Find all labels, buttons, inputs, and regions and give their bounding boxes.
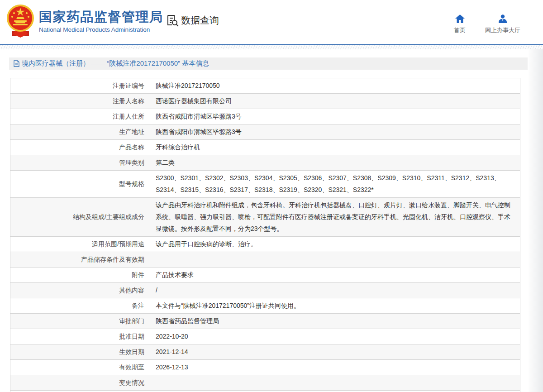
row-value: 陕械注准20172170050 [150,78,520,94]
row-label-text: 批准日期 [119,333,144,340]
document-search-icon [167,14,179,27]
row-value: 该产品由牙科治疗机和附件组成，包含牙科椅。牙科治疗机包括器械盘、口腔灯、观片灯、… [150,198,520,237]
table-row: 型号规格S2300、S2301、S2302、S2303、S2304、S2305、… [10,171,520,198]
table-row: 其他内容/ [10,283,520,298]
table-row: 产品储存条件及有效期 [10,252,520,268]
row-label-text: 产品储存条件及有效期 [81,256,144,263]
data-query-label: 数据查询 [181,14,219,27]
table-row: 有效期至2026-12-13 [10,360,520,375]
row-label-text: 其他内容 [119,287,144,294]
table-row: 结构及组成/主要组成成分该产品由牙科治疗机和附件组成，包含牙科椅。牙科治疗机包括… [10,198,520,237]
header-hatch-strip [0,45,543,49]
row-label: 注册人住所 [10,109,150,124]
site-logo[interactable]: 国家药品监督管理局 National Medical Products Admi… [6,4,163,38]
row-label: 审批部门 [10,314,150,329]
row-value: 2021-12-14 [150,344,520,360]
row-label-text: 适用范围/预期用途 [92,240,144,248]
row-label-text: 注册人住所 [113,113,144,120]
row-value: 产品技术要求 [150,268,520,283]
top-nav: 首页 网上办事大厅 [451,14,520,34]
table-row: 变更情况 [10,375,520,391]
row-value: 2022-10-20 [150,329,520,344]
registration-info-table: 注册证编号陕械注准20172170050注册人名称西诺医疗器械集团有限公司注册人… [10,78,520,392]
row-value: 陕西省咸阳市渭城区毕塬路3号 [150,109,520,124]
table-row: 产品名称牙科综合治疗机 [10,140,520,155]
row-label-text: 备注 [132,302,144,309]
table-row: 备注本文件与“陕械注准20172170050”注册证共同使用。 [10,298,520,314]
row-label: 批准日期 [10,329,150,344]
row-label: 产品储存条件及有效期 [10,252,150,268]
site-header: 国家药品监督管理局 National Medical Products Admi… [0,0,543,44]
row-value: 西诺医疗器械集团有限公司 [150,94,520,109]
row-label-text: 注册人名称 [113,97,144,105]
user-icon [498,14,507,23]
row-value: 陕西省咸阳市渭城区毕塬路3号 [150,124,520,140]
row-value: 2026-12-13 [150,360,520,375]
row-label: 生产地址 [10,124,150,140]
row-label-text: 产品名称 [119,143,144,151]
row-label: 产品名称 [10,140,150,155]
row-value: 详情 [150,391,520,392]
row-value: 该产品用于口腔疾病的诊断、治疗。 [150,237,520,252]
row-label: 其他内容 [10,283,150,298]
row-label: 注册人名称 [10,94,150,109]
info-table-body: 注册证编号陕械注准20172170050注册人名称西诺医疗器械集团有限公司注册人… [10,78,520,392]
nav-item-label: 网上办事大厅 [485,26,520,34]
org-name-cn: 国家药品监督管理局 [39,10,163,24]
row-label-text: 生效日期 [119,348,144,355]
page-title-bar: 境内医疗器械（注册） —— “陕械注准20172170050” 基本信息 [9,57,528,70]
row-label: 管理类别 [10,155,150,171]
row-label-text: 附件 [132,271,144,278]
row-label: 适用范围/预期用途 [10,237,150,252]
nav-item-label: 首页 [454,26,466,34]
row-label-text: 结构及组成/主要组成成分 [73,213,144,220]
row-label: 注 [10,391,150,392]
table-row: 生产地址陕西省咸阳市渭城区毕塬路3号 [10,124,520,140]
table-row: 注详情 [10,391,520,392]
page-title: 境内医疗器械（注册） —— “陕械注准20172170050” 基本信息 [22,59,209,68]
row-value [150,375,520,391]
row-label: 注册证编号 [10,78,150,94]
row-label: 生效日期 [10,344,150,360]
table-row: 适用范围/预期用途该产品用于口腔疾病的诊断、治疗。 [10,237,520,252]
row-label-text: 型号规格 [119,180,144,187]
row-label-text: 生产地址 [119,128,144,135]
nav-item-home[interactable]: 首页 [451,14,469,34]
row-label: 型号规格 [10,171,150,198]
row-label: 变更情况 [10,375,150,391]
home-icon [455,14,465,23]
row-label-text: 有效期至 [119,363,144,371]
table-row: 审批部门陕西省药品监督管理局 [10,314,520,329]
org-name-en: National Medical Products Administration [39,26,163,33]
org-names: 国家药品监督管理局 National Medical Products Admi… [39,10,163,33]
row-label: 附件 [10,268,150,283]
table-row: 批准日期2022-10-20 [10,329,520,344]
page-edge-shading [529,49,543,392]
table-row: 注册人名称西诺医疗器械集团有限公司 [10,94,520,109]
row-label-text: 变更情况 [119,379,144,386]
nav-item-service-hall[interactable]: 网上办事大厅 [485,14,520,34]
row-value [150,252,520,268]
row-value: 牙科综合治疗机 [150,140,520,155]
row-label-text: 注册证编号 [113,82,144,89]
row-value: 第二类 [150,155,520,171]
national-emblem-icon [6,4,34,38]
table-row: 注册证编号陕械注准20172170050 [10,78,520,94]
row-value: 陕西省药品监督管理局 [150,314,520,329]
row-label-text: 管理类别 [119,159,144,166]
table-row: 注册人住所陕西省咸阳市渭城区毕塬路3号 [10,109,520,124]
row-value: S2300、S2301、S2302、S2303、S2304、S2305、S230… [150,171,520,198]
row-value: 本文件与“陕械注准20172170050”注册证共同使用。 [150,298,520,314]
row-label: 备注 [10,298,150,314]
document-icon [14,60,19,67]
row-label: 有效期至 [10,360,150,375]
row-label: 结构及组成/主要组成成分 [10,198,150,237]
table-row: 生效日期2021-12-14 [10,344,520,360]
row-value: / [150,283,520,298]
table-row: 附件产品技术要求 [10,268,520,283]
data-query-tab[interactable]: 数据查询 [167,14,219,27]
row-label-text: 审批部门 [119,317,144,325]
table-row: 管理类别第二类 [10,155,520,171]
